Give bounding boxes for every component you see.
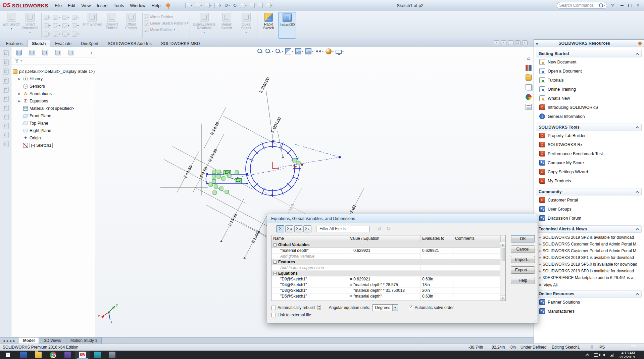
news-link[interactable]: »SOLIDWORKS 2018 SP5.0 is available for … — [539, 261, 640, 268]
arc-tool-icon[interactable]: ▾ — [43, 21, 51, 30]
performance-benchmark-link[interactable]: Performance Benchmark Test — [536, 149, 642, 158]
tab-solidworks-mbd[interactable]: SOLIDWORKS MBD — [156, 40, 205, 47]
discussion-forum-link[interactable]: Discussion Forum — [536, 214, 642, 223]
menu-window[interactable]: Window — [127, 2, 148, 9]
tree-item-front-plane[interactable]: Front Plane — [13, 112, 95, 120]
rapid-sketch-button[interactable]: Rapid Sketch — [259, 12, 278, 39]
doc-restore-icon[interactable]: ❏ — [515, 40, 521, 45]
tab-3d-views[interactable]: 3D Views — [40, 337, 65, 344]
table-add-row[interactable]: Add feature suppression — [271, 265, 505, 271]
point-tool-icon[interactable]: ▾ — [71, 30, 80, 38]
left-toolbar-icon[interactable] — [3, 105, 9, 111]
news-link[interactable]: »SOLIDWORKS 2019 SP0 is available for do… — [539, 268, 640, 274]
instant2d-button[interactable]: Instant2D — [278, 12, 296, 39]
panel-splitter-knob[interactable] — [62, 41, 65, 44]
taskbar-app-office[interactable] — [60, 351, 75, 359]
user-groups-link[interactable]: User Groups — [536, 205, 642, 214]
network-icon[interactable] — [610, 353, 614, 357]
left-toolbar-icon[interactable] — [3, 123, 9, 129]
solidworks-resources-icon[interactable]: ⌂ — [526, 55, 532, 61]
exit-sketch-button[interactable]: Exit Sketch ▾ — [3, 12, 20, 39]
plane-tool-icon[interactable]: ▾ — [52, 30, 61, 38]
rectangle-tool-icon[interactable]: ▾ — [52, 13, 61, 21]
expand-arrow-icon[interactable]: ▶ — [17, 99, 21, 103]
volume-icon[interactable] — [603, 353, 605, 357]
news-link[interactable]: »SOLIDWORKS Customer Portal and Admin Po… — [539, 241, 640, 248]
table-group-row[interactable]: − Equations — [271, 271, 505, 276]
introducing-solidworks-link[interactable]: Introducing SOLIDWORKS — [536, 103, 642, 112]
taskbar-app-chrome[interactable] — [46, 351, 60, 359]
left-toolbar-icon[interactable] — [3, 78, 9, 84]
move-entities-button[interactable]: Move Entities▾ — [144, 27, 189, 32]
left-toolbar-icon[interactable] — [3, 69, 9, 75]
display-delete-relations-button[interactable]: Display/Delete Relations ▾ — [191, 12, 217, 39]
table-row-partial[interactable] — [271, 299, 505, 301]
left-toolbar-icon[interactable] — [3, 96, 9, 102]
print-icon[interactable]: ▾ — [213, 2, 222, 9]
tab-features[interactable]: Features — [1, 40, 27, 47]
collapse-pane-icon[interactable]: « — [536, 41, 538, 46]
redo-icon[interactable]: ↻ — [386, 226, 391, 232]
circle-tool-icon[interactable]: ▾ — [71, 13, 80, 21]
smart-dimension-button[interactable]: Smart Dimension ▾ — [20, 12, 40, 39]
taskbar-app-teal[interactable] — [90, 351, 105, 359]
slot-tool-icon[interactable]: ▾ — [62, 13, 70, 21]
scrollbar-thumb[interactable] — [501, 248, 505, 261]
table-group-row[interactable]: − Global Variables — [271, 242, 505, 248]
doc-minimize-icon[interactable]: – — [508, 40, 513, 45]
menu-file[interactable]: File — [52, 2, 65, 9]
line-tool-icon[interactable]: ▾ — [43, 13, 51, 21]
design-library-icon[interactable] — [526, 65, 532, 71]
expand-arrow-icon[interactable]: ▶ — [17, 77, 21, 81]
general-information-link[interactable]: iGeneral Information — [536, 112, 642, 121]
units-label[interactable]: IPS — [598, 345, 605, 350]
sketch-constraints[interactable] — [209, 159, 300, 194]
pin-menu-icon[interactable] — [166, 3, 170, 7]
manufacturers-link[interactable]: Manufacturers — [536, 307, 642, 316]
cancel-button[interactable]: Cancel — [511, 245, 535, 253]
tree-item-right-plane[interactable]: Right Plane — [13, 127, 95, 134]
automatic-solve-order-checkbox[interactable] — [409, 306, 413, 310]
tab-sketch[interactable]: Sketch — [27, 40, 50, 47]
help-icon[interactable]: ? — [610, 3, 615, 8]
table-row[interactable]: "D9@Sketch1" = 0.629921 0.63in — [271, 276, 505, 282]
minimize-button[interactable] — [618, 2, 626, 9]
doc-close-icon[interactable]: × — [522, 40, 528, 45]
scroll-up-icon[interactable]: ▲ — [500, 242, 505, 247]
doc-control-icon[interactable]: ▫ — [501, 40, 506, 45]
table-row[interactable]: "material depth" = 0.629921 0.629921 — [271, 248, 505, 254]
link-external-file-checkbox[interactable] — [271, 313, 276, 317]
text-tool-icon[interactable]: ▾ — [62, 30, 70, 38]
select-icon[interactable]: ▾ — [239, 2, 248, 9]
tab-dimxpert[interactable]: DimXpert — [76, 40, 103, 47]
help-button[interactable]: Help — [511, 277, 535, 284]
start-button[interactable] — [0, 351, 16, 359]
customer-portal-link[interactable]: Customer Portal — [536, 195, 642, 205]
tree-root[interactable]: p2 (Default<<Default>_Display State 1>) — [13, 68, 95, 75]
tab-motion-study[interactable]: Motion Study 1 — [66, 337, 102, 344]
doc-control-icon[interactable]: ▫ — [494, 40, 499, 45]
left-toolbar-icon[interactable] — [3, 50, 9, 56]
table-row[interactable]: "D5@Sketch1" = "material depth" 0.63in — [271, 294, 505, 299]
tree-item-material[interactable]: Material <not specified> — [13, 105, 95, 112]
redo-icon[interactable]: ↻ — [232, 2, 238, 9]
taskbar-app-gray[interactable] — [105, 351, 119, 359]
whats-new-link[interactable]: What's New — [536, 94, 642, 103]
taskbar-app-browser[interactable] — [16, 351, 31, 359]
left-toolbar-icon[interactable] — [3, 141, 9, 147]
filter-icon[interactable] — [15, 59, 19, 63]
tree-item-annotations[interactable]: ▶ A Annotations — [13, 90, 95, 97]
dimension-view-icon[interactable]: Σ — [285, 225, 293, 232]
tray-app-icon[interactable] — [594, 353, 598, 357]
copy-settings-wizard-link[interactable]: Copy Settings Wizard — [536, 167, 642, 176]
menu-help[interactable]: Help — [148, 2, 163, 9]
undo-icon[interactable]: ↺▾ — [223, 2, 231, 9]
left-toolbar-icon[interactable] — [3, 132, 9, 138]
file-properties-icon[interactable] — [257, 2, 264, 9]
fillet-tool-icon[interactable]: ▾ — [43, 30, 51, 38]
dimxpertmanager-tab-icon[interactable] — [55, 50, 61, 55]
mirror-entities-button[interactable]: Mirror Entities — [144, 14, 189, 19]
tree-item-sensors[interactable]: Sensors — [13, 83, 95, 90]
taskbar-clock[interactable]: 4:13 AM 3/12/2019 — [618, 351, 635, 359]
tray-expand-icon[interactable] — [586, 353, 589, 357]
